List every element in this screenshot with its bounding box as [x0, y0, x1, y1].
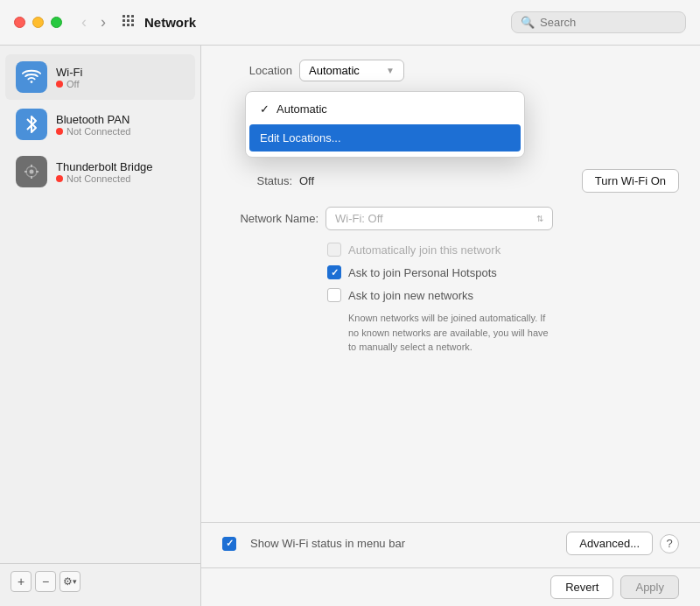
back-button[interactable]: ‹ [76, 11, 92, 33]
svg-rect-6 [122, 24, 125, 26]
title-bar: ‹ › Network 🔍 [0, 0, 700, 46]
grid-icon [122, 14, 136, 32]
sidebar-bottom-bar: + − ⚙ ▾ [0, 563, 200, 599]
sidebar-item-bluetooth[interactable]: Bluetooth PAN Not Connected [5, 102, 195, 147]
forward-button[interactable]: › [95, 11, 111, 33]
show-wifi-row: Show Wi-Fi status in menu bar [222, 537, 566, 551]
svg-rect-4 [127, 19, 130, 22]
network-list: Wi-Fi Off Bluetooth PAN [0, 53, 200, 563]
automatic-label: Automatic [276, 102, 327, 116]
auto-join-label: Automatically join this network [348, 243, 500, 257]
edit-locations-label: Edit Locations... [260, 131, 341, 144]
ask-hotspots-row: Ask to join Personal Hotspots [222, 265, 679, 279]
add-network-button[interactable]: + [10, 571, 32, 592]
ask-new-networks-checkbox[interactable] [327, 288, 341, 302]
thunderbolt-name: Thunderbolt Bridge [56, 160, 153, 173]
svg-rect-3 [122, 19, 125, 22]
right-panel: Location Automatic ▼ ✓ Automatic Edit Lo… [201, 46, 700, 606]
svg-rect-7 [127, 24, 130, 26]
minimize-button[interactable] [32, 17, 44, 28]
thunderbolt-icon [23, 163, 40, 180]
chevron-down-icon: ▼ [386, 66, 395, 75]
help-button[interactable]: ? [660, 534, 679, 553]
wifi-status-dot [56, 81, 63, 88]
status-value: Off [299, 174, 314, 187]
svg-rect-5 [131, 19, 134, 22]
svg-point-9 [31, 81, 33, 83]
close-button[interactable] [14, 17, 25, 28]
dropdown-automatic[interactable]: ✓ Automatic [246, 95, 524, 123]
main-content: Wi-Fi Off Bluetooth PAN [0, 46, 700, 606]
bluetooth-icon-bg [16, 109, 47, 140]
thunderbolt-info: Thunderbolt Bridge Not Connected [56, 160, 153, 184]
svg-rect-8 [131, 24, 134, 26]
bluetooth-info: Bluetooth PAN Not Connected [56, 113, 130, 137]
sidebar-item-thunderbolt[interactable]: Thunderbolt Bridge Not Connected [5, 149, 195, 194]
network-name-value: Wi-Fi: Off [335, 212, 383, 225]
bottom-actions: Advanced... ? [566, 532, 679, 555]
show-wifi-label: Show Wi-Fi status in menu bar [250, 537, 405, 550]
wifi-name: Wi-Fi [56, 66, 82, 79]
show-wifi-checkbox[interactable] [222, 537, 236, 551]
remove-network-button[interactable]: − [35, 571, 56, 592]
network-name-label: Network Name: [222, 212, 318, 225]
footer-bar: Revert Apply [201, 567, 700, 606]
wifi-icon [22, 67, 41, 87]
svg-rect-2 [131, 15, 134, 18]
thunderbolt-status-dot [56, 175, 63, 182]
nav-buttons: ‹ › [76, 11, 111, 33]
thunderbolt-status: Not Connected [56, 173, 153, 184]
ask-new-networks-label: Ask to join new networks [348, 289, 473, 302]
search-icon: 🔍 [521, 16, 535, 29]
status-row: Status: Off Turn Wi-Fi On [222, 169, 679, 193]
svg-rect-1 [127, 15, 130, 18]
turn-wifi-button[interactable]: Turn Wi-Fi On [582, 169, 679, 193]
dropdown-edit-locations[interactable]: Edit Locations... [249, 124, 521, 152]
wifi-status: Off [56, 79, 82, 89]
location-value: Automatic [309, 64, 360, 77]
revert-button[interactable]: Revert [550, 575, 613, 599]
status-label: Status: [222, 174, 292, 187]
thunderbolt-icon-bg [16, 156, 47, 187]
search-box[interactable]: 🔍 [511, 11, 686, 33]
chevron-down-icon: ▾ [73, 577, 77, 586]
wifi-icon-bg [16, 61, 47, 93]
window-title: Network [144, 15, 511, 30]
auto-join-row: Automatically join this network [222, 243, 679, 257]
apply-button[interactable]: Apply [620, 575, 679, 599]
network-name-select[interactable]: Wi-Fi: Off ⇅ [326, 207, 553, 230]
more-options-button[interactable]: ⚙ ▾ [60, 571, 80, 592]
bluetooth-name: Bluetooth PAN [56, 113, 130, 126]
location-label: Location [222, 64, 292, 77]
network-name-row: Network Name: Wi-Fi: Off ⇅ [222, 207, 679, 230]
bottom-bar: Show Wi-Fi status in menu bar Advanced..… [201, 522, 700, 564]
location-dropdown-menu: ✓ Automatic Edit Locations... [245, 91, 525, 158]
hint-text: Known networks will be joined automatica… [222, 311, 555, 355]
location-row: Location Automatic ▼ [222, 60, 679, 81]
wifi-info: Wi-Fi Off [56, 66, 82, 89]
ask-hotspots-checkbox[interactable] [327, 265, 341, 279]
check-icon: ✓ [260, 102, 270, 116]
maximize-button[interactable] [51, 17, 62, 28]
bluetooth-status-dot [56, 128, 63, 135]
svg-point-12 [30, 170, 34, 174]
gear-icon: ⚙ [63, 575, 73, 588]
location-dropdown-button[interactable]: Automatic ▼ [299, 60, 404, 81]
sidebar-item-wifi[interactable]: Wi-Fi Off [5, 54, 195, 100]
bluetooth-icon [24, 115, 38, 134]
ask-hotspots-label: Ask to join Personal Hotspots [348, 266, 497, 279]
search-input[interactable] [540, 16, 662, 29]
sidebar: Wi-Fi Off Bluetooth PAN [0, 46, 201, 606]
traffic-lights [14, 17, 62, 28]
auto-join-checkbox[interactable] [327, 243, 341, 257]
ask-new-networks-row: Ask to join new networks [222, 288, 679, 302]
chevron-updown-icon: ⇅ [536, 214, 543, 223]
advanced-button[interactable]: Advanced... [566, 532, 653, 555]
svg-rect-0 [122, 15, 125, 18]
bluetooth-status: Not Connected [56, 126, 130, 137]
